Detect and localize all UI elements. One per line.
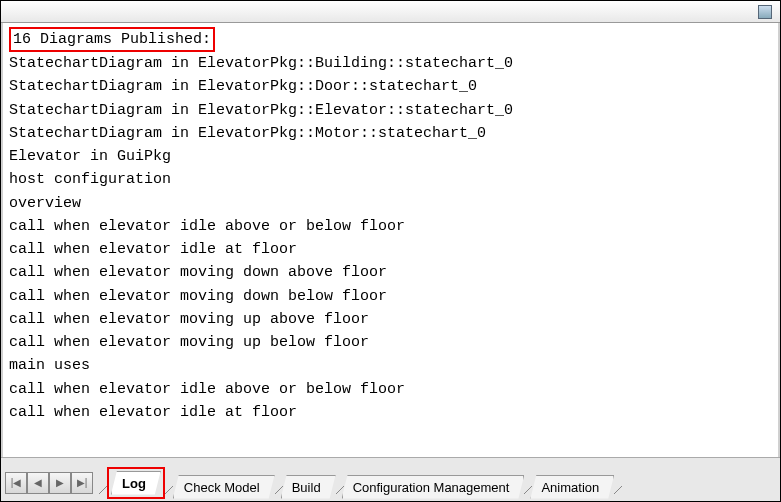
tab-animation[interactable]: Animation — [530, 475, 614, 499]
first-tab-button[interactable]: |◀ — [5, 472, 27, 494]
tabs-container: ⟋Log⟋Check Model⟋Build⟋Configuration Man… — [99, 467, 622, 499]
tab-nav-buttons: |◀ ◀ ▶ ▶| — [5, 472, 93, 494]
next-tab-button[interactable]: ▶ — [49, 472, 71, 494]
log-line: StatechartDiagram in ElevatorPkg::Door::… — [9, 75, 772, 98]
prev-tab-button[interactable]: ◀ — [27, 472, 49, 494]
tab-bar: |◀ ◀ ▶ ▶| ⟋Log⟋Check Model⟋Build⟋Configu… — [1, 457, 780, 502]
log-line: main uses — [9, 354, 772, 377]
log-line: call when elevator idle at floor — [9, 238, 772, 261]
log-line: call when elevator moving down below flo… — [9, 285, 772, 308]
tab-build[interactable]: Build — [281, 475, 336, 499]
tab-check-model[interactable]: Check Model — [173, 475, 275, 499]
log-line: call when elevator moving down above flo… — [9, 261, 772, 284]
log-line: host configuration — [9, 168, 772, 191]
log-line: call when elevator idle above or below f… — [9, 215, 772, 238]
tab-log[interactable]: Log — [111, 471, 161, 495]
log-line: StatechartDiagram in ElevatorPkg::Elevat… — [9, 99, 772, 122]
published-count-highlight: 16 Diagrams Published: — [9, 27, 215, 52]
log-header-line: 16 Diagrams Published: — [9, 27, 772, 52]
tab-highlight: Log — [107, 467, 165, 499]
log-line: overview — [9, 192, 772, 215]
log-line: call when elevator idle above or below f… — [9, 378, 772, 401]
log-line: StatechartDiagram in ElevatorPkg::Motor:… — [9, 122, 772, 145]
log-line: StatechartDiagram in ElevatorPkg::Buildi… — [9, 52, 772, 75]
log-line: call when elevator idle at floor — [9, 401, 772, 424]
log-line: call when elevator moving up below floor — [9, 331, 772, 354]
last-tab-button[interactable]: ▶| — [71, 472, 93, 494]
log-line: Elevator in GuiPkg — [9, 145, 772, 168]
tab-divider-icon: ⟋ — [610, 481, 626, 499]
log-output-panel: 16 Diagrams Published: StatechartDiagram… — [1, 23, 780, 457]
window-top-bar — [1, 1, 780, 23]
log-line: call when elevator moving up above floor — [9, 308, 772, 331]
tab-config-mgmt[interactable]: Configuration Management — [342, 475, 525, 499]
